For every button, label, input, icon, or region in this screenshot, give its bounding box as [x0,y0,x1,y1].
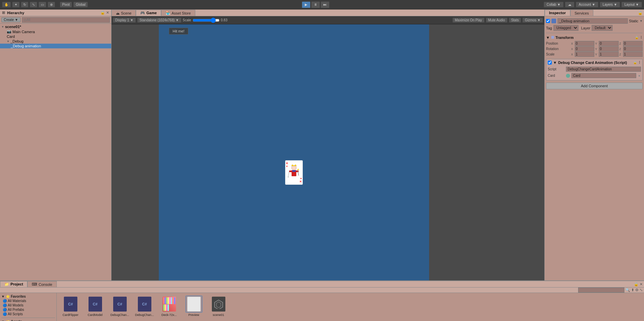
rotation-xyz: X Y Z [571,46,643,51]
project-item-all-materials[interactable]: 🔵 All Materials [1,299,55,303]
asset-item-deck[interactable]: Deck-72x... [158,296,180,317]
scale-x-input[interactable] [575,52,594,57]
tab-asset-store[interactable]: 🏪 Asset Store [161,10,195,16]
rotation-z-input[interactable] [623,46,643,51]
scale-z-input[interactable] [623,52,643,57]
script-enabled-checkbox[interactable] [548,61,552,65]
collab-dropdown[interactable]: Collab ▼ [544,2,564,7]
asset-item-debugchan2[interactable]: DebugChan... [133,296,155,317]
console-icon: ⌨ [32,282,37,286]
move-tool-btn[interactable]: ✦ [12,2,20,7]
mute-audio-btn[interactable]: Mute Audio [486,18,507,23]
hierarchy-create-btn[interactable]: Create ▼ [1,17,21,22]
cloud-btn[interactable]: ☁ [565,2,574,7]
play-button[interactable]: ▶ [302,1,311,8]
asset-item-cardflipper[interactable]: CardFlipper [59,296,81,317]
hierarchy-item-debug-animation[interactable]: _Debug animation [0,44,111,48]
hierarchy-item-card[interactable]: Card [0,34,111,39]
asset-item-scene01[interactable]: scene01 [207,296,229,317]
hierarchy-panel-header: ⊞ Hierarchy 🔒 ✕ [0,9,111,16]
tab-services[interactable]: Services [570,10,593,16]
scene-label: scene01* [5,25,21,29]
account-dropdown[interactable]: Account ▼ [576,2,598,7]
favorites-label: Favorites [11,295,26,298]
display-dropdown[interactable]: Display 1 ▼ [113,18,136,23]
tab-game[interactable]: 🎮 Game [136,10,161,16]
layout-dropdown[interactable]: Layout ▼ [621,2,642,7]
expand-icon[interactable]: ⤡ [640,288,643,292]
cardmodel-name: CardModel [88,313,102,317]
transform-menu-icon[interactable]: ⋮ [640,36,643,39]
card-display: K ♥ K ♥ [285,160,303,185]
svg-text:♥: ♥ [294,173,295,175]
hierarchy-item-main-camera[interactable]: 📷 Main Camera [0,29,111,34]
asset-store-tab-label: Asset Store [172,11,191,15]
scale-slider[interactable] [193,18,220,22]
hierarchy-close-icon[interactable]: ✕ [106,10,109,15]
layers-dropdown[interactable]: Layers ▼ [600,2,620,7]
global-btn[interactable]: Global [73,2,88,7]
hit-me-button[interactable]: Hit me! [169,28,188,35]
project-item-all-models[interactable]: 🔵 All Models [1,303,55,307]
transform-section-header[interactable]: ▼ ⊞ Transform 🔒 ⋮ [546,35,643,40]
tab-scene[interactable]: ⛰ Scene [112,10,136,16]
gizmos-dropdown[interactable]: Gizmos ▼ [522,18,543,23]
position-x-input[interactable] [575,41,594,46]
rotate-tool-btn[interactable]: ↻ [21,2,28,7]
project-item-all-scripts[interactable]: 🔵 All Scripts [1,312,55,316]
asset-item-cardmodel[interactable]: CardModel [84,296,106,317]
layer-select[interactable]: Default [592,25,613,31]
hierarchy-item-scene01[interactable]: ▼ scene01* [0,24,111,29]
add-component-button[interactable]: Add Component [546,83,643,89]
rect-tool-btn[interactable]: ▭ [39,2,46,7]
tag-select[interactable]: Untagged [553,25,578,31]
rotation-y-input[interactable] [599,46,618,51]
sort-icon[interactable]: ⬆ [631,288,634,292]
script-field-value[interactable] [566,67,641,72]
combined-tool-btn[interactable]: ⊕ [48,2,55,7]
asset-item-debugchan1[interactable]: DebugChan... [109,296,131,317]
obj-enabled-checkbox[interactable] [546,19,550,23]
position-y-input[interactable] [599,41,618,46]
stats-btn[interactable]: Stats [509,18,521,23]
play-controls: ▶ ⏸ ⏭ [302,1,329,8]
rotation-x-input[interactable] [575,46,594,51]
obj-icon [551,19,556,23]
bottom-panel-lock-icon[interactable]: 🔒 [634,282,639,286]
step-button[interactable]: ⏭ [321,1,329,8]
assets-section-header[interactable]: ▼ 📁 Assets [1,319,55,321]
tab-inspector[interactable]: Inspector [545,10,570,16]
tab-console[interactable]: ⌨ Console [27,281,56,287]
filter-icon[interactable]: ⚙ [635,288,639,292]
bottom-panel-close-icon[interactable]: ✕ [640,282,643,286]
game-viewport-container: Hit me! K ♥ K ♥ [112,24,544,321]
hierarchy-search-input[interactable] [22,17,110,23]
favorites-section-header[interactable]: ▼ ⭐ Favorites [1,294,55,299]
tab-project[interactable]: 📁 Project [0,281,27,287]
script-menu-icon[interactable]: ⋮ [638,61,641,64]
inspector-lock-icon[interactable]: 🔒 [638,11,643,15]
asset-item-preview[interactable]: Preview [183,296,205,317]
models-icon: 🔵 [3,303,7,307]
obj-name-input[interactable] [558,18,628,24]
hand-tool-btn[interactable]: ✋ [2,2,11,7]
resolution-dropdown[interactable]: Standalone (1024x768) ▼ [137,18,181,23]
card-field-dot-btn[interactable]: ● [638,74,641,77]
maximize-on-play-btn[interactable]: Maximize On Play [452,18,485,23]
script-component-section: ▼ Debug Change Card Animation (Script) 🔒… [546,59,643,81]
card-field-value[interactable] [571,73,636,78]
scripts-icon: 🔵 [3,312,7,316]
hierarchy-item-debug[interactable]: ▼ _Debug [0,39,111,44]
assets-search-input[interactable] [578,288,624,293]
script-lock-icon[interactable]: 🔒 [633,61,637,64]
scale-y-input[interactable] [599,52,618,57]
pause-button[interactable]: ⏸ [311,1,320,8]
pivot-btn[interactable]: Pivot [60,2,72,7]
position-z-input[interactable] [623,41,643,46]
scale-tool-btn[interactable]: ⤡ [30,2,37,7]
cardflipper-name: CardFlipper [63,313,78,317]
static-arrow[interactable]: ▼ [640,19,643,23]
debugchan1-cs-icon [113,297,127,312]
transform-lock-icon[interactable]: 🔒 [635,36,639,39]
project-item-all-prefabs[interactable]: 🔵 All Prefabs [1,307,55,312]
